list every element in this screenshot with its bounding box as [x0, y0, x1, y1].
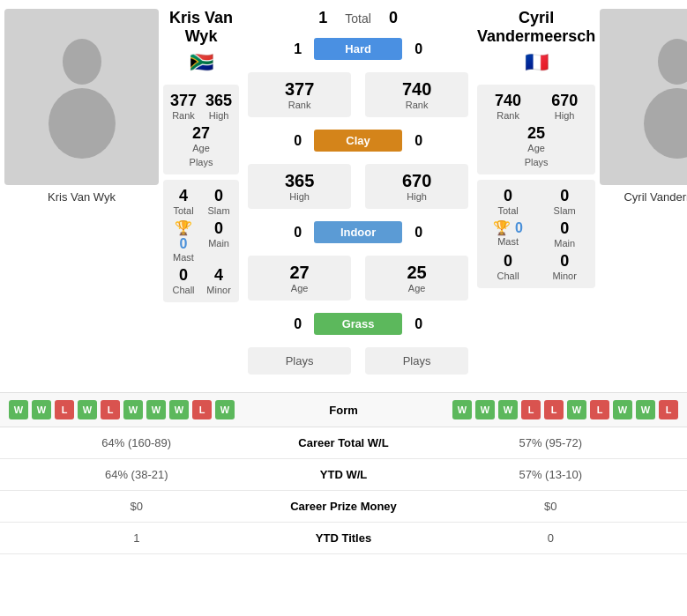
player1-main-label: Main [208, 238, 229, 249]
indoor-score-p1: 0 [287, 225, 309, 241]
player2-main-value: 0 [560, 219, 569, 238]
career-wl-left: 64% (160-89) [18, 436, 256, 449]
player2-photo-column: Cyril Vandermeersch [600, 9, 687, 383]
middle-section: 1 Total 0 1 Hard 0 377 Rank 740 Rank [243, 9, 473, 383]
p1-form-badge-0: W [9, 400, 28, 419]
p1-form-badge-9: W [215, 400, 235, 419]
p1-form-badge-3: W [78, 400, 97, 419]
p1-age-box-value: 27 [262, 263, 337, 283]
player2-chall-item: 0 Chall [484, 252, 532, 281]
p2-form-badge-6: L [590, 400, 609, 419]
player1-total-value: 4 [179, 187, 188, 205]
form-label: Form [291, 404, 397, 417]
player1-minor-value: 4 [214, 266, 223, 285]
player2-slam-value: 0 [560, 187, 569, 205]
player2-age-item: 25 Age [484, 124, 588, 153]
player2-high-label: High [555, 110, 575, 121]
player1-high-label: High [209, 110, 229, 121]
ytd-wl-right: 57% (13-10) [432, 468, 670, 481]
player2-total-value: 0 [504, 187, 512, 205]
player2-main-label: Main [554, 238, 575, 249]
player1-flag: 🇿🇦 [190, 51, 213, 74]
p1-rank-box-value: 377 [262, 79, 337, 100]
player1-minor-label: Minor [206, 285, 231, 295]
player1-photo [4, 9, 159, 185]
player2-slam-item: 0 Slam [541, 187, 588, 216]
hard-button[interactable]: Hard [314, 38, 402, 60]
total-row: 1 Total 0 [318, 9, 398, 27]
player2-age-label: Age [527, 143, 545, 153]
p2-form-badge-1: W [475, 400, 495, 419]
player2-minor-value: 0 [560, 252, 569, 271]
svg-point-3 [644, 88, 687, 159]
player2-silhouette [633, 35, 687, 159]
player2-plays-label: Plays [525, 157, 549, 167]
grass-row: 0 Grass 0 [248, 313, 468, 335]
ytd-titles-label: YTD Titles [256, 531, 432, 545]
indoor-button[interactable]: Indoor [314, 221, 402, 243]
hard-score-p2: 0 [407, 41, 429, 57]
stats-rows: 64% (160-89) Career Total W/L 57% (95-72… [0, 427, 687, 554]
p2-age-box-value: 25 [379, 263, 454, 283]
p2-plays-label: Plays [379, 354, 454, 367]
player1-slam-value: 0 [214, 187, 223, 205]
svg-point-1 [49, 88, 116, 159]
p2-form-badge-2: W [498, 400, 518, 419]
player1-info: Kris Van Wyk 🇿🇦 377 Rank 365 High 27 Age… [159, 9, 243, 383]
high-boxes-area: 365 High 670 High [248, 160, 468, 212]
ytd-wl-label: YTD W/L [256, 468, 432, 481]
player1-main-item: 0 Main [205, 219, 232, 263]
player2-slam-label: Slam [554, 205, 576, 216]
player1-mast-item: 🏆 0 Mast [170, 219, 197, 263]
p1-form-badge-6: W [146, 400, 166, 419]
player2-info: Cyril Vandermeersch 🇫🇷 740 Rank 670 High… [473, 9, 600, 383]
prize-label: Career Prize Money [256, 500, 432, 513]
player1-plays-label: Plays [190, 157, 213, 167]
p1-rank-box: 377 Rank [248, 72, 351, 117]
hard-score-p1: 1 [287, 41, 309, 57]
svg-point-0 [63, 39, 101, 85]
player2-flag: 🇫🇷 [525, 51, 549, 74]
player1-mast-value: 🏆 0 [170, 219, 197, 252]
player2-main-item: 0 Main [541, 219, 588, 249]
p2-form-badge-8: W [636, 400, 655, 419]
player2-chall-label: Chall [497, 271, 519, 281]
total-score-p1: 1 [318, 9, 327, 27]
player2-rank-value: 740 [495, 92, 521, 110]
career-wl-right: 57% (95-72) [432, 436, 670, 449]
p1-form-badge-1: W [32, 400, 51, 419]
p2-form-badge-4: L [544, 400, 564, 419]
p1-form-badge-5: W [123, 400, 143, 419]
p2-form-badge-5: W [567, 400, 586, 419]
player1-rank-item: 377 Rank [170, 92, 197, 121]
player2-total-item: 0 Total [484, 187, 532, 216]
p2-high-box: 670 High [365, 164, 468, 209]
p2-rank-box: 740 Rank [365, 72, 468, 117]
player2-rank-item: 740 Rank [484, 92, 532, 121]
grass-score-p1: 0 [287, 316, 309, 332]
prize-left: $0 [18, 500, 256, 513]
clay-button[interactable]: Clay [314, 130, 402, 152]
grass-button[interactable]: Grass [314, 313, 402, 335]
p1-form-badge-4: L [101, 400, 120, 419]
player1-chall-value: 0 [179, 266, 188, 285]
player1-age-label: Age [192, 143, 210, 153]
p1-plays-label: Plays [262, 354, 337, 367]
player2-high-value: 670 [551, 92, 578, 110]
prize-right: $0 [432, 500, 670, 513]
player2-rank-label: Rank [497, 110, 519, 121]
grass-score-p2: 0 [407, 316, 429, 332]
player1-stats-box: 377 Rank 365 High 27 Age Plays [163, 85, 239, 174]
p1-rank-box-label: Rank [262, 100, 337, 110]
player2-name: Cyril Vandermeersch [477, 9, 595, 46]
player1-chall-label: Chall [172, 285, 194, 295]
ytd-titles-right: 0 [432, 531, 670, 545]
player1-photo-column: Kris Van Wyk [4, 9, 159, 383]
p1-age-box-label: Age [262, 283, 337, 293]
player2-chall-value: 0 [504, 252, 512, 271]
player2-plays-item: Plays [484, 157, 588, 167]
player2-mast-label: Mast [497, 236, 519, 247]
p2-rank-box-label: Rank [379, 100, 454, 110]
player2-stats-box2: 0 Total 0 Slam 🏆 0 Mast 0 Main 0 Chal [477, 180, 595, 288]
svg-point-2 [658, 39, 687, 85]
